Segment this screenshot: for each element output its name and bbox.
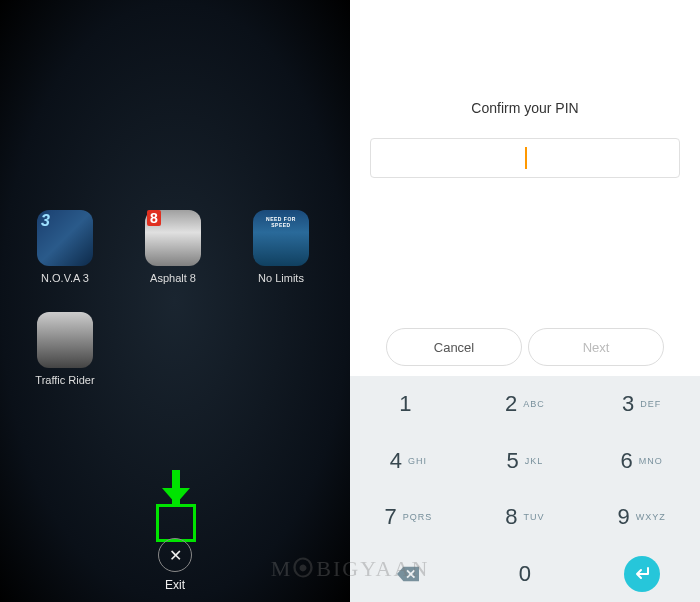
traffic-icon [37, 312, 93, 368]
key-8[interactable]: 8TUV [467, 489, 584, 546]
app-label: Asphalt 8 [150, 272, 196, 284]
key-enter[interactable] [583, 546, 700, 603]
key-2[interactable]: 2ABC [467, 376, 584, 433]
pin-input[interactable] [370, 138, 680, 178]
numeric-keypad: 1 2ABC 3DEF 4GHI 5JKL 6MNO 7PQRS 8TUV 9W… [350, 376, 700, 602]
annotation-arrow [156, 504, 196, 542]
nfs-icon [253, 210, 309, 266]
app-nolimits[interactable]: No Limits [246, 210, 316, 284]
key-7[interactable]: 7PQRS [350, 489, 467, 546]
pin-heading: Confirm your PIN [370, 100, 680, 116]
app-label: N.O.V.A 3 [41, 272, 89, 284]
exit-button[interactable]: ✕ [158, 538, 192, 572]
backspace-icon [397, 566, 419, 582]
app-label: Traffic Rider [35, 374, 94, 386]
close-icon: ✕ [169, 546, 182, 565]
cancel-button[interactable]: Cancel [386, 328, 522, 366]
exit-label: Exit [165, 578, 185, 592]
key-3[interactable]: 3DEF [583, 376, 700, 433]
next-button[interactable]: Next [528, 328, 664, 366]
key-0[interactable]: 0 [467, 546, 584, 603]
app-nova3[interactable]: N.O.V.A 3 [30, 210, 100, 284]
key-4[interactable]: 4GHI [350, 433, 467, 490]
nova-icon [37, 210, 93, 266]
text-cursor [525, 147, 527, 169]
exit-container: ✕ Exit [0, 538, 350, 592]
app-trafficrider[interactable]: Traffic Rider [30, 312, 100, 386]
key-9[interactable]: 9WXYZ [583, 489, 700, 546]
enter-icon [624, 556, 660, 592]
pin-top-section: Confirm your PIN Cancel Next [350, 0, 700, 376]
key-1[interactable]: 1 [350, 376, 467, 433]
key-5[interactable]: 5JKL [467, 433, 584, 490]
pin-confirm-screen: Confirm your PIN Cancel Next 1 2ABC 3DEF… [350, 0, 700, 602]
key-6[interactable]: 6MNO [583, 433, 700, 490]
game-folder-screen: N.O.V.A 3 Asphalt 8 No Limits Traffic Ri… [0, 0, 350, 602]
action-row: Cancel Next [370, 328, 680, 376]
app-grid: N.O.V.A 3 Asphalt 8 No Limits Traffic Ri… [30, 210, 330, 386]
key-backspace[interactable] [350, 546, 467, 603]
app-label: No Limits [258, 272, 304, 284]
asphalt-icon [145, 210, 201, 266]
app-asphalt8[interactable]: Asphalt 8 [138, 210, 208, 284]
